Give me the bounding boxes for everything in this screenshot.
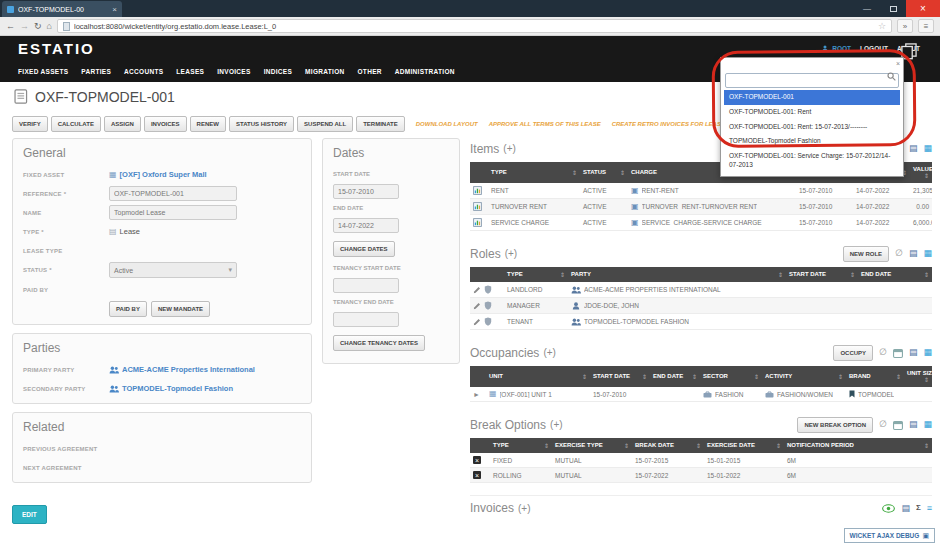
items-add-link[interactable]: (+) [503, 143, 516, 154]
break-col-break-date[interactable]: BREAK DATE⇕ [632, 438, 704, 453]
table-view-icon[interactable]: ▦ [923, 144, 932, 153]
new-role-button[interactable]: NEW ROLE [843, 246, 889, 262]
sort-icon[interactable]: ⇕ [776, 442, 781, 449]
item-row[interactable]: RENT ACTIVE ▣RENT-RENT 15-07-2010 14-07-… [470, 183, 932, 199]
reference-field[interactable] [109, 186, 237, 201]
refresh-icon[interactable]: ↻ [34, 21, 42, 31]
sort-icon[interactable]: ⇕ [624, 442, 629, 449]
table-view-icon[interactable]: ▦ [923, 249, 932, 258]
forward-icon[interactable]: → [20, 21, 29, 31]
edit-pencil-icon[interactable] [473, 286, 481, 294]
new-mandate-button[interactable]: NEW MANDATE [151, 301, 210, 317]
nav-other[interactable]: OTHER [358, 68, 382, 75]
home-icon[interactable]: ⌂ [47, 21, 52, 31]
nav-invoices[interactable]: INVOICES [217, 68, 250, 75]
hide-columns-icon[interactable]: ∅ [879, 420, 887, 429]
sort-icon[interactable]: ⇕ [896, 373, 901, 380]
nav-administration[interactable]: ADMINISTRATION [395, 68, 455, 75]
create-retro-invoices-link[interactable]: CREATE RETRO INVOICES FOR LEASE [612, 121, 725, 127]
role-row[interactable]: MANAGER JDOE-DOE, JOHN [470, 298, 932, 314]
sort-icon[interactable]: ⇕ [754, 373, 759, 380]
verify-button[interactable]: VERIFY [12, 116, 48, 132]
nav-indices[interactable]: INDICES [264, 68, 292, 75]
sort-icon[interactable]: ⇕ [778, 271, 783, 278]
hide-columns-icon[interactable]: ∅ [879, 348, 887, 357]
menu-icon[interactable]: ≡ [918, 19, 934, 33]
sort-icon[interactable]: ⇕ [582, 373, 587, 380]
change-tenancy-dates-button[interactable]: CHANGE TENANCY DATES [333, 335, 425, 351]
terminate-button[interactable]: TERMINATE [356, 116, 405, 132]
new-break-option-button[interactable]: NEW BREAK OPTION [797, 417, 873, 433]
break-col-exercise-date[interactable]: EXERCISE DATE⇕ [704, 438, 784, 453]
book-icon[interactable]: ▤ [909, 420, 918, 429]
roles-col-party[interactable]: PARTY⇕ [568, 267, 786, 282]
book-icon[interactable]: ▤ [909, 249, 918, 258]
occupy-button[interactable]: OCCUPY [833, 345, 873, 361]
item-row[interactable]: SERVICE CHARGE ACTIVE ▣SERVICE_CHARGE-SE… [470, 215, 932, 231]
book-icon[interactable]: ▤ [909, 348, 918, 357]
calculate-button[interactable]: CALCULATE [51, 116, 101, 132]
assign-button[interactable]: ASSIGN [104, 116, 141, 132]
sigma-icon[interactable]: Σ [916, 504, 921, 512]
dropdown-search-input[interactable] [725, 73, 899, 88]
wicket-ajax-debug[interactable]: WICKET AJAX DEBUG ▣ [844, 528, 935, 543]
sort-icon[interactable]: ⇕ [692, 373, 697, 380]
nav-fixed-assets[interactable]: FIXED ASSETS [18, 68, 68, 75]
sort-icon[interactable]: ⇕ [838, 373, 843, 380]
book-icon[interactable]: ▤ [901, 504, 910, 513]
sort-icon[interactable]: ⇕ [696, 442, 701, 449]
fixed-asset-link[interactable]: [OXF] Oxford Super Mall [120, 170, 207, 179]
user-menu[interactable]: ROOT [821, 45, 851, 52]
change-dates-button[interactable]: CHANGE DATES [333, 241, 395, 257]
eye-icon[interactable] [882, 504, 895, 513]
role-row[interactable]: TENANT TOPMODEL-TOPMODEL FASHION [470, 314, 932, 330]
break-col-type[interactable]: TYPE⇕ [490, 438, 552, 453]
sort-icon[interactable]: ⇕ [924, 376, 929, 383]
occupancies-add-link[interactable]: (+) [543, 347, 556, 358]
tenancy-start-date-field[interactable] [333, 278, 399, 293]
break-col-notification[interactable]: NOTIFICATION PERIOD⇕ [784, 438, 932, 453]
nav-migration[interactable]: MIGRATION [305, 68, 344, 75]
approve-all-terms-link[interactable]: APPROVE ALL TERMS OF THIS LEASE [489, 121, 601, 127]
edit-pencil-icon[interactable] [473, 318, 481, 326]
edit-pencil-icon[interactable] [473, 302, 481, 310]
start-date-field[interactable] [333, 184, 399, 199]
sort-icon[interactable]: ⇕ [924, 442, 929, 449]
occupancy-row[interactable]: ► ▦[OXF-001] UNIT 1 15-07-2010 FASHION F… [470, 387, 932, 402]
tenancy-end-date-field[interactable] [333, 312, 399, 327]
dropdown-option[interactable]: OXF-TOPMODEL-001: Rent: 15-07-2013/-----… [724, 120, 900, 135]
occ-col-activity[interactable]: ACTIVITY⇕ [762, 366, 846, 387]
secondary-party-link[interactable]: TOPMODEL-Topmodel Fashion [122, 384, 233, 393]
download-layout-link[interactable]: DOWNLOAD LAYOUT [416, 121, 478, 127]
dropdown-option[interactable]: OXF-TOPMODEL-001 [724, 90, 900, 105]
occ-col-end[interactable]: END DATE⇕ [650, 366, 700, 387]
back-icon[interactable]: ← [6, 21, 15, 31]
items-col-value[interactable]: VALUE⇕ [910, 162, 932, 183]
invoices-button[interactable]: INVOICES [144, 116, 187, 132]
table-view-icon[interactable]: ▦ [923, 348, 932, 357]
hide-columns-icon[interactable]: ∅ [895, 249, 903, 258]
logout-link[interactable]: LOGOUT [860, 45, 888, 52]
nav-accounts[interactable]: ACCOUNTS [124, 68, 163, 75]
maximize-button[interactable] [880, 0, 906, 17]
occ-col-brand[interactable]: BRAND⇕ [846, 366, 904, 387]
sort-icon[interactable]: ⇕ [620, 169, 625, 176]
sort-icon[interactable]: ⇕ [924, 271, 929, 278]
dropdown-option[interactable]: OXF-TOPMODEL-001: Service Charge: 15-07-… [724, 149, 900, 173]
break-option-row[interactable]: × ROLLING MUTUAL 15-07-2022 15-01-2022 6… [470, 468, 932, 483]
name-field[interactable] [109, 205, 237, 220]
occ-col-unit[interactable]: UNIT⇕ [486, 366, 590, 387]
primary-party-link[interactable]: ACME-ACME Properties International [122, 365, 255, 374]
book-icon[interactable]: ▤ [909, 144, 918, 153]
nav-leases[interactable]: LEASES [176, 68, 204, 75]
expand-play-icon[interactable]: ► [473, 391, 480, 398]
remove-break-icon[interactable]: × [473, 456, 481, 464]
sort-icon[interactable]: ⇕ [544, 442, 549, 449]
sort-icon[interactable]: ⇕ [572, 169, 577, 176]
dropdown-close-icon[interactable]: × [896, 60, 900, 68]
list-view-icon[interactable]: ≡ [927, 504, 932, 513]
break-col-exercise-type[interactable]: EXERCISE TYPE⇕ [552, 438, 632, 453]
bookmark-star-icon[interactable]: ☆ [878, 21, 886, 31]
suspend-all-button[interactable]: SUSPEND ALL [297, 116, 353, 132]
role-row[interactable]: LANDLORD ACME-ACME PROPERTIES INTERNATIO… [470, 282, 932, 298]
